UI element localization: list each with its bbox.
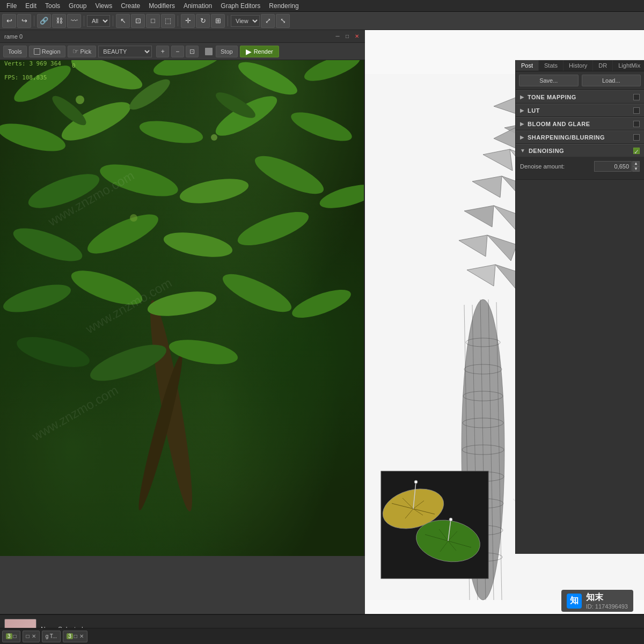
post-actions: Save... Load...	[516, 71, 644, 90]
window-maximize[interactable]: □	[343, 33, 351, 40]
bloom-checkbox[interactable]	[633, 121, 640, 127]
load-button[interactable]: Load...	[582, 75, 641, 86]
verts-value: 3 969 364	[29, 60, 61, 67]
fps-row: FPS: 108,835	[4, 74, 76, 83]
select-button[interactable]: ↖	[116, 14, 130, 28]
sharpening-title: SHARPENING/BLURRING	[528, 134, 605, 141]
rollout-tone-mapping-header[interactable]: ▶ TONE MAPPING	[516, 90, 644, 103]
tab-post[interactable]: Post	[516, 60, 539, 71]
menu-rendering[interactable]: Rendering	[265, 1, 303, 11]
redo-button[interactable]: ↪	[17, 14, 31, 28]
zoom-in-button[interactable]: +	[156, 46, 169, 57]
zhihu-badge: 知 知末 ID: 1174396493	[561, 590, 633, 612]
lasso-button[interactable]: □	[146, 14, 160, 28]
taskbar-label-4: □	[74, 633, 77, 639]
window-minimize[interactable]: ─	[334, 33, 341, 40]
tab-history[interactable]: History	[564, 60, 593, 71]
svg-point-29	[130, 214, 137, 222]
rollout-lut: ▶ LUT	[516, 104, 644, 117]
bloom-arrow: ▶	[520, 121, 524, 127]
window-close[interactable]: ✕	[353, 33, 361, 40]
spin-down[interactable]: ▼	[632, 166, 640, 172]
foliage-svg	[0, 30, 364, 556]
menu-animation[interactable]: Animation	[179, 1, 216, 11]
pick-button[interactable]: ☞ Pick	[68, 46, 97, 57]
rollout-bloom-header[interactable]: ▶ BLOOM AND GLARE	[516, 117, 644, 130]
toolbar-separator	[34, 16, 34, 26]
taskbar-item-3[interactable]: g T...	[42, 631, 61, 642]
lut-checkbox[interactable]	[633, 107, 640, 114]
menu-modifiers[interactable]: Modifiers	[144, 1, 179, 11]
taskbar-close-2[interactable]: ✕	[32, 633, 36, 639]
tools-button[interactable]: Tools	[3, 46, 27, 57]
link-button[interactable]: 🔗	[37, 14, 51, 28]
select-fence-button[interactable]: ⬚	[161, 14, 175, 28]
viewport-row: [+] [Perspective] [Standard] [Default Sh…	[0, 30, 644, 644]
svg-point-114	[449, 518, 452, 521]
fps-value: 108,835	[22, 74, 47, 81]
lut-title: LUT	[528, 107, 540, 114]
menu-file[interactable]: File	[2, 1, 21, 11]
render-button[interactable]: ▶ Render	[240, 46, 279, 57]
menu-graph-editors[interactable]: Graph Editors	[216, 1, 265, 11]
render-play-icon: ▶	[246, 47, 252, 56]
stop-button[interactable]: Stop	[216, 46, 238, 57]
spin-up[interactable]: ▲	[632, 161, 640, 166]
render-titlebar: rame 0 ─ □ ✕	[0, 30, 365, 43]
viewport-3d[interactable]: [+] [Perspective] [Standard] [Default Sh…	[0, 30, 365, 556]
tab-lightmix[interactable]: LightMix	[613, 60, 644, 71]
taskbar-item-2[interactable]: □ ✕	[23, 631, 40, 642]
rollout-lut-header[interactable]: ▶ LUT	[516, 104, 644, 116]
zhihu-logo: 知	[567, 594, 582, 609]
rotate-button[interactable]: ↻	[196, 14, 210, 28]
zoom-fit-button[interactable]: ⊡	[186, 46, 199, 57]
toolbar-separator-5	[228, 16, 228, 26]
zoom-out-button[interactable]: −	[171, 46, 184, 57]
render-window-container: rame 0 ─ □ ✕ Tools Region ☞ Pick	[0, 30, 365, 60]
menu-tools[interactable]: Tools	[41, 1, 64, 11]
denoise-amount-row: Denoise amount: ▲ ▼	[520, 161, 640, 172]
channel-select[interactable]: BEAUTY	[98, 46, 152, 57]
scale-button[interactable]: ⊞	[211, 14, 225, 28]
denoise-amount-input[interactable]	[594, 161, 632, 172]
save-button[interactable]: Save...	[519, 75, 579, 86]
menu-bar: File Edit Tools Group Views Create Modif…	[0, 0, 644, 12]
taskbar-item-1[interactable]: 3 □	[2, 631, 20, 642]
sharpening-checkbox[interactable]	[633, 134, 640, 141]
denoising-checkbox[interactable]: ✓	[633, 148, 640, 154]
toolbar-separator-2	[84, 16, 84, 26]
taskbar-close-4[interactable]: ✕	[79, 633, 84, 639]
post-panel: Post Stats History DR LightMix Save... L…	[515, 60, 644, 554]
zoom-extents-all-button[interactable]: ⤡	[276, 14, 290, 28]
selection-filter-select[interactable]: All	[87, 15, 110, 27]
select-region-button[interactable]: ⊡	[131, 14, 145, 28]
tab-stats[interactable]: Stats	[539, 60, 564, 71]
zoom-extents-button[interactable]: ⤢	[261, 14, 275, 28]
region-button[interactable]: Region	[29, 46, 65, 57]
tone-mapping-checkbox[interactable]	[633, 94, 640, 100]
menu-group[interactable]: Group	[64, 1, 91, 11]
unlink-button[interactable]: ⛓	[52, 14, 66, 28]
tone-mapping-title: TONE MAPPING	[528, 94, 576, 100]
denoising-content: Denoise amount: ▲ ▼	[516, 157, 644, 179]
render-title: rame 0	[4, 33, 23, 40]
menu-views[interactable]: Views	[91, 1, 116, 11]
toolbar-separator-4	[178, 16, 178, 26]
rollout-denoising-header[interactable]: ▼ DENOISING ✓	[516, 144, 644, 157]
svg-point-28	[211, 134, 217, 141]
undo-button[interactable]: ↩	[2, 14, 16, 28]
menu-create[interactable]: Create	[116, 1, 144, 11]
denoise-amount-label: Denoise amount:	[520, 163, 594, 170]
menu-edit[interactable]: Edit	[21, 1, 41, 11]
sharpening-arrow: ▶	[520, 134, 524, 140]
zhihu-id: ID: 1174396493	[586, 603, 628, 610]
rollout-sharpening-header[interactable]: ▶ SHARPENING/BLURRING	[516, 130, 644, 143]
taskbar-item-4[interactable]: 3 □ ✕	[63, 631, 87, 642]
svg-point-112	[414, 480, 418, 484]
view-select[interactable]: View	[231, 15, 260, 27]
bind-button[interactable]: 〰	[67, 14, 81, 28]
tab-dr[interactable]: DR	[593, 60, 613, 71]
zhihu-brand: 知末	[586, 592, 628, 603]
tone-mapping-arrow: ▶	[520, 94, 524, 100]
move-button[interactable]: ✛	[181, 14, 195, 28]
